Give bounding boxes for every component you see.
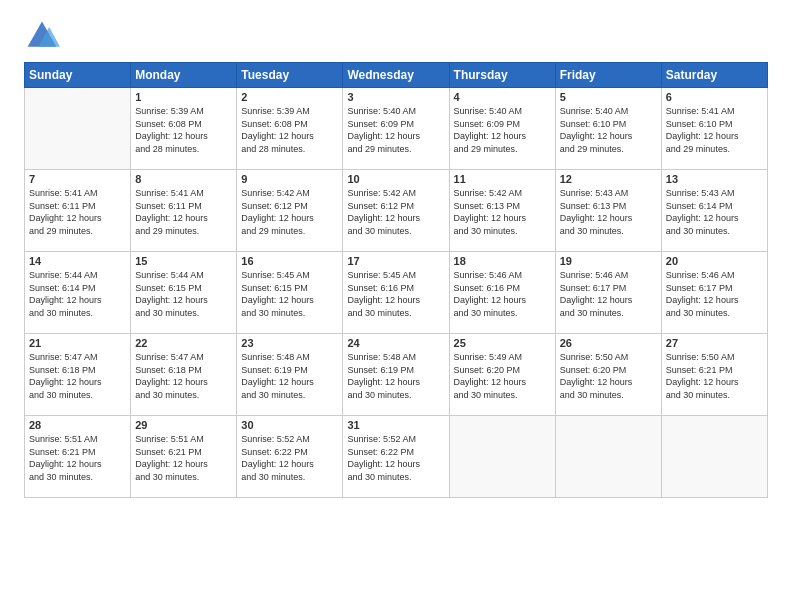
day-info: Sunrise: 5:47 AM Sunset: 6:18 PM Dayligh… [135,351,232,401]
day-info: Sunrise: 5:44 AM Sunset: 6:15 PM Dayligh… [135,269,232,319]
day-number: 29 [135,419,232,431]
day-info: Sunrise: 5:49 AM Sunset: 6:20 PM Dayligh… [454,351,551,401]
day-info: Sunrise: 5:42 AM Sunset: 6:12 PM Dayligh… [347,187,444,237]
day-number: 1 [135,91,232,103]
day-number: 15 [135,255,232,267]
calendar-cell: 30Sunrise: 5:52 AM Sunset: 6:22 PM Dayli… [237,416,343,498]
week-row-5: 28Sunrise: 5:51 AM Sunset: 6:21 PM Dayli… [25,416,768,498]
weekday-header-row: SundayMondayTuesdayWednesdayThursdayFrid… [25,63,768,88]
day-info: Sunrise: 5:41 AM Sunset: 6:11 PM Dayligh… [29,187,126,237]
day-number: 4 [454,91,551,103]
day-number: 7 [29,173,126,185]
calendar-cell: 11Sunrise: 5:42 AM Sunset: 6:13 PM Dayli… [449,170,555,252]
day-number: 21 [29,337,126,349]
day-info: Sunrise: 5:39 AM Sunset: 6:08 PM Dayligh… [135,105,232,155]
day-info: Sunrise: 5:41 AM Sunset: 6:10 PM Dayligh… [666,105,763,155]
week-row-3: 14Sunrise: 5:44 AM Sunset: 6:14 PM Dayli… [25,252,768,334]
calendar-cell: 1Sunrise: 5:39 AM Sunset: 6:08 PM Daylig… [131,88,237,170]
day-number: 25 [454,337,551,349]
calendar-cell: 10Sunrise: 5:42 AM Sunset: 6:12 PM Dayli… [343,170,449,252]
calendar-cell: 31Sunrise: 5:52 AM Sunset: 6:22 PM Dayli… [343,416,449,498]
calendar-cell [661,416,767,498]
day-info: Sunrise: 5:51 AM Sunset: 6:21 PM Dayligh… [29,433,126,483]
calendar-cell: 16Sunrise: 5:45 AM Sunset: 6:15 PM Dayli… [237,252,343,334]
day-number: 17 [347,255,444,267]
weekday-header-friday: Friday [555,63,661,88]
day-info: Sunrise: 5:44 AM Sunset: 6:14 PM Dayligh… [29,269,126,319]
calendar-cell [555,416,661,498]
day-info: Sunrise: 5:41 AM Sunset: 6:11 PM Dayligh… [135,187,232,237]
day-info: Sunrise: 5:52 AM Sunset: 6:22 PM Dayligh… [347,433,444,483]
day-info: Sunrise: 5:40 AM Sunset: 6:09 PM Dayligh… [454,105,551,155]
day-number: 12 [560,173,657,185]
day-number: 16 [241,255,338,267]
calendar-cell: 22Sunrise: 5:47 AM Sunset: 6:18 PM Dayli… [131,334,237,416]
day-info: Sunrise: 5:42 AM Sunset: 6:12 PM Dayligh… [241,187,338,237]
calendar-cell: 29Sunrise: 5:51 AM Sunset: 6:21 PM Dayli… [131,416,237,498]
calendar-cell: 8Sunrise: 5:41 AM Sunset: 6:11 PM Daylig… [131,170,237,252]
day-info: Sunrise: 5:50 AM Sunset: 6:21 PM Dayligh… [666,351,763,401]
calendar-cell: 12Sunrise: 5:43 AM Sunset: 6:13 PM Dayli… [555,170,661,252]
day-number: 28 [29,419,126,431]
day-info: Sunrise: 5:47 AM Sunset: 6:18 PM Dayligh… [29,351,126,401]
day-number: 9 [241,173,338,185]
day-number: 24 [347,337,444,349]
day-info: Sunrise: 5:45 AM Sunset: 6:15 PM Dayligh… [241,269,338,319]
calendar-cell: 19Sunrise: 5:46 AM Sunset: 6:17 PM Dayli… [555,252,661,334]
day-number: 6 [666,91,763,103]
day-info: Sunrise: 5:46 AM Sunset: 6:17 PM Dayligh… [560,269,657,319]
day-info: Sunrise: 5:46 AM Sunset: 6:17 PM Dayligh… [666,269,763,319]
week-row-4: 21Sunrise: 5:47 AM Sunset: 6:18 PM Dayli… [25,334,768,416]
calendar-cell: 18Sunrise: 5:46 AM Sunset: 6:16 PM Dayli… [449,252,555,334]
calendar-cell: 25Sunrise: 5:49 AM Sunset: 6:20 PM Dayli… [449,334,555,416]
calendar-cell: 27Sunrise: 5:50 AM Sunset: 6:21 PM Dayli… [661,334,767,416]
day-number: 13 [666,173,763,185]
day-info: Sunrise: 5:50 AM Sunset: 6:20 PM Dayligh… [560,351,657,401]
day-number: 5 [560,91,657,103]
calendar-cell: 26Sunrise: 5:50 AM Sunset: 6:20 PM Dayli… [555,334,661,416]
day-info: Sunrise: 5:43 AM Sunset: 6:13 PM Dayligh… [560,187,657,237]
calendar-cell: 21Sunrise: 5:47 AM Sunset: 6:18 PM Dayli… [25,334,131,416]
weekday-header-thursday: Thursday [449,63,555,88]
calendar-cell: 2Sunrise: 5:39 AM Sunset: 6:08 PM Daylig… [237,88,343,170]
logo-icon [24,18,60,54]
day-info: Sunrise: 5:48 AM Sunset: 6:19 PM Dayligh… [347,351,444,401]
day-number: 2 [241,91,338,103]
day-number: 19 [560,255,657,267]
day-number: 31 [347,419,444,431]
calendar-cell: 13Sunrise: 5:43 AM Sunset: 6:14 PM Dayli… [661,170,767,252]
calendar-cell: 24Sunrise: 5:48 AM Sunset: 6:19 PM Dayli… [343,334,449,416]
page: SundayMondayTuesdayWednesdayThursdayFrid… [0,0,792,612]
day-info: Sunrise: 5:48 AM Sunset: 6:19 PM Dayligh… [241,351,338,401]
calendar-cell: 23Sunrise: 5:48 AM Sunset: 6:19 PM Dayli… [237,334,343,416]
day-number: 8 [135,173,232,185]
day-number: 18 [454,255,551,267]
day-number: 10 [347,173,444,185]
weekday-header-tuesday: Tuesday [237,63,343,88]
day-number: 20 [666,255,763,267]
calendar-cell: 3Sunrise: 5:40 AM Sunset: 6:09 PM Daylig… [343,88,449,170]
day-info: Sunrise: 5:45 AM Sunset: 6:16 PM Dayligh… [347,269,444,319]
calendar-cell: 17Sunrise: 5:45 AM Sunset: 6:16 PM Dayli… [343,252,449,334]
day-number: 11 [454,173,551,185]
header [24,18,768,54]
week-row-1: 1Sunrise: 5:39 AM Sunset: 6:08 PM Daylig… [25,88,768,170]
calendar-cell: 5Sunrise: 5:40 AM Sunset: 6:10 PM Daylig… [555,88,661,170]
calendar-cell: 20Sunrise: 5:46 AM Sunset: 6:17 PM Dayli… [661,252,767,334]
day-info: Sunrise: 5:52 AM Sunset: 6:22 PM Dayligh… [241,433,338,483]
weekday-header-saturday: Saturday [661,63,767,88]
calendar-cell: 28Sunrise: 5:51 AM Sunset: 6:21 PM Dayli… [25,416,131,498]
day-number: 26 [560,337,657,349]
weekday-header-sunday: Sunday [25,63,131,88]
day-number: 22 [135,337,232,349]
calendar-cell: 7Sunrise: 5:41 AM Sunset: 6:11 PM Daylig… [25,170,131,252]
calendar-cell: 4Sunrise: 5:40 AM Sunset: 6:09 PM Daylig… [449,88,555,170]
day-info: Sunrise: 5:42 AM Sunset: 6:13 PM Dayligh… [454,187,551,237]
calendar-cell [449,416,555,498]
weekday-header-monday: Monday [131,63,237,88]
day-number: 3 [347,91,444,103]
calendar-cell: 9Sunrise: 5:42 AM Sunset: 6:12 PM Daylig… [237,170,343,252]
day-info: Sunrise: 5:43 AM Sunset: 6:14 PM Dayligh… [666,187,763,237]
calendar-cell: 6Sunrise: 5:41 AM Sunset: 6:10 PM Daylig… [661,88,767,170]
day-info: Sunrise: 5:40 AM Sunset: 6:10 PM Dayligh… [560,105,657,155]
